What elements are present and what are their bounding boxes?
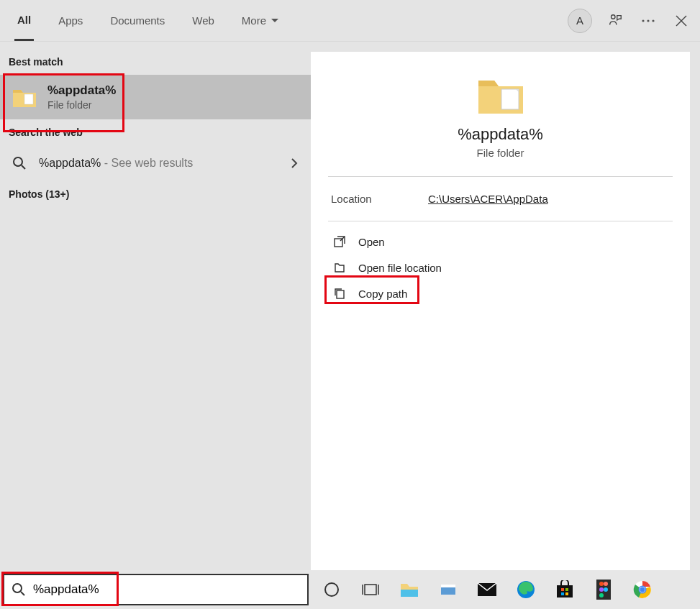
folder-icon <box>12 86 37 109</box>
svg-point-37 <box>640 587 645 592</box>
settings-app-icon[interactable] <box>435 577 461 603</box>
tab-apps[interactable]: Apps <box>55 1 86 40</box>
svg-point-2 <box>647 19 649 22</box>
svg-rect-25 <box>565 588 568 591</box>
svg-rect-15 <box>365 585 376 595</box>
tab-web[interactable]: Web <box>189 1 217 40</box>
web-result-term: %appdata% <box>39 157 101 169</box>
svg-rect-27 <box>565 592 568 595</box>
search-web-header: Search the web <box>0 119 311 145</box>
best-match-header: Best match <box>0 49 311 75</box>
search-input[interactable] <box>33 582 300 597</box>
caret-down-icon <box>271 18 279 24</box>
action-open-label: Open <box>358 236 385 248</box>
svg-point-30 <box>604 582 608 586</box>
action-copy-path[interactable]: Copy path <box>328 280 673 306</box>
tab-all[interactable]: All <box>14 1 34 41</box>
svg-point-29 <box>599 582 604 586</box>
chevron-right-icon <box>291 157 301 169</box>
svg-rect-6 <box>24 94 33 104</box>
svg-point-3 <box>652 19 654 22</box>
task-view-icon[interactable] <box>358 577 383 603</box>
svg-rect-23 <box>557 585 573 597</box>
action-open[interactable]: Open <box>328 229 673 255</box>
top-bar: All Apps Documents Web More A <box>0 0 700 42</box>
taskbar <box>0 570 700 609</box>
action-open-location[interactable]: Open file location <box>328 255 673 280</box>
search-icon <box>12 155 27 171</box>
file-explorer-icon[interactable] <box>396 577 422 603</box>
preview-panel: %appdata% File folder Location C:\Users\… <box>311 52 690 570</box>
svg-rect-9 <box>501 89 519 109</box>
actions-list: Open Open file location <box>311 221 690 313</box>
svg-point-32 <box>604 587 608 592</box>
results-panel: Best match %appdata% File folder Search … <box>0 42 311 570</box>
svg-line-8 <box>22 165 25 169</box>
chrome-icon[interactable] <box>629 577 655 603</box>
store-icon[interactable] <box>552 577 578 603</box>
figma-icon[interactable] <box>591 577 617 603</box>
web-result-text: %appdata% - See web results <box>39 157 279 170</box>
preview-title: %appdata% <box>458 125 543 144</box>
photos-header[interactable]: Photos (13+) <box>0 181 311 207</box>
top-controls: A <box>568 9 691 33</box>
svg-rect-20 <box>441 585 455 587</box>
svg-point-1 <box>642 19 644 22</box>
location-value[interactable]: C:\Users\ACER\AppData <box>428 193 548 205</box>
open-icon <box>332 234 347 249</box>
tab-more[interactable]: More <box>239 1 282 40</box>
copy-path-icon <box>332 286 347 301</box>
location-label: Location <box>331 193 428 205</box>
svg-line-13 <box>21 592 24 595</box>
avatar[interactable]: A <box>568 9 592 33</box>
more-options-icon[interactable] <box>638 11 658 31</box>
feedback-icon[interactable] <box>605 11 625 31</box>
svg-rect-18 <box>401 590 418 597</box>
best-match-text: %appdata% File folder <box>47 83 116 111</box>
best-match-subtitle: File folder <box>47 99 116 111</box>
best-match-title: %appdata% <box>47 83 116 98</box>
action-open-location-label: Open file location <box>358 262 442 274</box>
taskbar-icons <box>312 577 655 603</box>
search-icon <box>12 582 26 597</box>
svg-point-12 <box>13 584 22 592</box>
location-row: Location C:\Users\ACER\AppData <box>311 177 690 221</box>
svg-point-31 <box>599 587 604 592</box>
svg-point-14 <box>325 583 338 596</box>
svg-point-0 <box>612 14 616 19</box>
tab-documents[interactable]: Documents <box>107 1 168 40</box>
edge-icon[interactable] <box>513 577 539 603</box>
taskbar-search-box[interactable] <box>3 574 309 605</box>
svg-point-7 <box>14 157 22 166</box>
filter-tabs: All Apps Documents Web More <box>14 1 568 41</box>
svg-rect-24 <box>561 588 564 591</box>
svg-rect-11 <box>337 290 344 298</box>
best-match-result[interactable]: %appdata% File folder <box>0 75 311 119</box>
web-result-suffix: - See web results <box>101 157 193 169</box>
svg-rect-26 <box>561 592 564 595</box>
cortana-icon[interactable] <box>319 577 345 603</box>
mail-icon[interactable] <box>474 577 500 603</box>
open-location-icon <box>332 260 347 275</box>
folder-icon <box>476 73 526 116</box>
preview-subtitle: File folder <box>477 147 524 159</box>
svg-point-33 <box>599 593 604 597</box>
action-copy-path-label: Copy path <box>358 288 407 300</box>
preview-header: %appdata% File folder <box>311 52 690 176</box>
tab-more-label: More <box>242 14 266 27</box>
web-result-row[interactable]: %appdata% - See web results <box>0 145 311 181</box>
close-icon[interactable] <box>671 11 691 31</box>
